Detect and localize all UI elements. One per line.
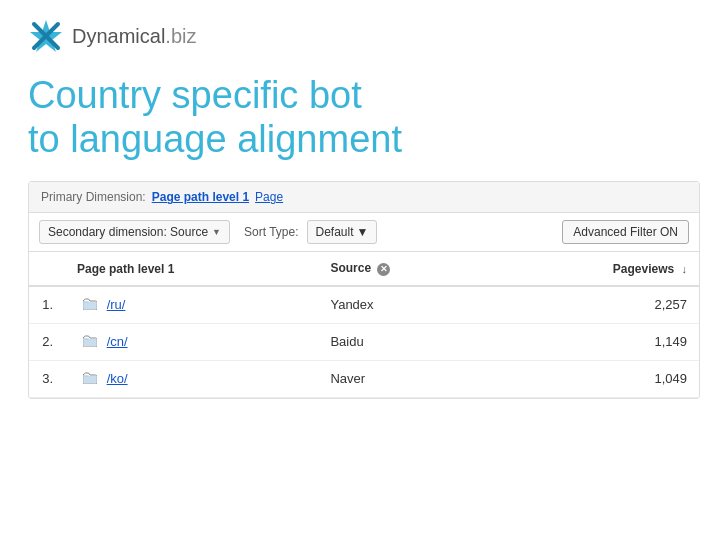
- logo-icon: [28, 18, 64, 54]
- logo-biz: .biz: [165, 25, 196, 47]
- page-path-cell: /ru/: [65, 286, 318, 324]
- th-source: Source ✕: [318, 252, 493, 285]
- remove-source-icon[interactable]: ✕: [377, 263, 390, 276]
- folder-icon: [83, 335, 97, 350]
- table-row: 1. /ru/ Yandex 2,257: [29, 286, 699, 324]
- svg-rect-7: [83, 376, 97, 383]
- source-cell: Yandex: [318, 286, 493, 324]
- row-number: 2.: [29, 323, 65, 360]
- pageviews-cell: 1,049: [494, 360, 699, 397]
- svg-rect-8: [83, 375, 89, 377]
- primary-dimension-page-link[interactable]: Page: [255, 190, 283, 204]
- main-title: Country specific bot to language alignme…: [28, 74, 700, 161]
- source-cell: Baidu: [318, 323, 493, 360]
- logo-dynamical: Dynamical: [72, 25, 165, 47]
- table-row: 3. /ko/ Naver 1,049: [29, 360, 699, 397]
- folder-icon: [83, 372, 97, 387]
- page-path-link[interactable]: /cn/: [107, 334, 128, 349]
- advanced-filter-button[interactable]: Advanced Filter ON: [562, 220, 689, 244]
- table-header-row: Page path level 1 Source ✕ Pageviews ↓: [29, 252, 699, 285]
- th-row-num: [29, 252, 65, 285]
- title-line1: Country specific bot: [28, 74, 700, 118]
- sort-type-button[interactable]: Default ▼: [307, 220, 378, 244]
- sort-down-icon: ↓: [682, 263, 688, 275]
- svg-rect-6: [83, 338, 89, 340]
- primary-dimension-label: Primary Dimension:: [41, 190, 146, 204]
- sort-type-label: Sort Type:: [244, 225, 298, 239]
- page-path-link[interactable]: /ru/: [107, 297, 126, 312]
- sort-type-value: Default: [316, 225, 354, 239]
- controls-bar: Secondary dimension: Source ▼ Sort Type:…: [29, 213, 699, 252]
- secondary-dimension-label: Secondary dimension: Source: [48, 225, 208, 239]
- row-number: 3.: [29, 360, 65, 397]
- table-row: 2. /cn/ Baidu 1,149: [29, 323, 699, 360]
- page-path-link[interactable]: /ko/: [107, 371, 128, 386]
- pageviews-cell: 1,149: [494, 323, 699, 360]
- svg-rect-3: [83, 302, 97, 309]
- folder-icon: [83, 298, 97, 313]
- logo-text: Dynamical.biz: [72, 25, 196, 48]
- page-path-cell: /cn/: [65, 323, 318, 360]
- th-pageviews: Pageviews ↓: [494, 252, 699, 285]
- logo: Dynamical.biz: [28, 18, 196, 54]
- header: Dynamical.biz: [0, 0, 728, 64]
- svg-rect-5: [83, 339, 97, 346]
- row-number: 1.: [29, 286, 65, 324]
- th-page-path: Page path level 1: [65, 252, 318, 285]
- page-path-cell: /ko/: [65, 360, 318, 397]
- title-area: Country specific bot to language alignme…: [0, 64, 728, 181]
- source-cell: Naver: [318, 360, 493, 397]
- chevron-down-icon: ▼: [212, 227, 221, 237]
- pageviews-cell: 2,257: [494, 286, 699, 324]
- analytics-panel: Primary Dimension: Page path level 1 Pag…: [28, 181, 700, 399]
- svg-rect-4: [83, 301, 89, 303]
- chevron-down-icon-sort: ▼: [357, 225, 369, 239]
- title-line2: to language alignment: [28, 118, 700, 162]
- data-table: Page path level 1 Source ✕ Pageviews ↓ 1…: [29, 252, 699, 398]
- primary-dimension-active-link[interactable]: Page path level 1: [152, 190, 249, 204]
- secondary-dimension-button[interactable]: Secondary dimension: Source ▼: [39, 220, 230, 244]
- primary-dimension-bar: Primary Dimension: Page path level 1 Pag…: [29, 182, 699, 213]
